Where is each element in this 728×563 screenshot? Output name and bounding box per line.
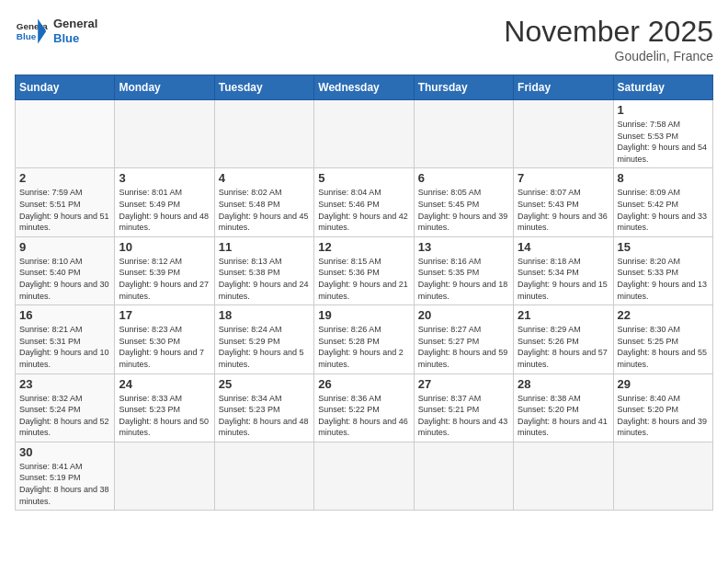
- day-number: 1: [618, 103, 709, 117]
- calendar-week-0: 1Sunrise: 7:58 AM Sunset: 5:53 PM Daylig…: [16, 100, 713, 168]
- calendar-cell: 14Sunrise: 8:18 AM Sunset: 5:34 PM Dayli…: [514, 236, 613, 304]
- calendar-cell: 23Sunrise: 8:32 AM Sunset: 5:24 PM Dayli…: [16, 373, 115, 442]
- month-title: November 2025: [504, 15, 713, 49]
- day-info: Sunrise: 8:16 AM Sunset: 5:35 PM Dayligh…: [418, 256, 509, 302]
- calendar-cell: 24Sunrise: 8:33 AM Sunset: 5:23 PM Dayli…: [115, 373, 214, 442]
- day-number: 4: [219, 171, 310, 185]
- calendar-cell: 7Sunrise: 8:07 AM Sunset: 5:43 PM Daylig…: [514, 168, 613, 236]
- day-info: Sunrise: 8:13 AM Sunset: 5:38 PM Dayligh…: [219, 256, 310, 302]
- calendar-cell: 17Sunrise: 8:23 AM Sunset: 5:30 PM Dayli…: [115, 305, 214, 373]
- calendar-cell: [414, 442, 513, 510]
- day-number: 15: [618, 240, 709, 254]
- day-info: Sunrise: 8:02 AM Sunset: 5:48 PM Dayligh…: [219, 187, 310, 233]
- day-info: Sunrise: 8:23 AM Sunset: 5:30 PM Dayligh…: [119, 324, 210, 370]
- calendar-cell: [115, 100, 214, 168]
- day-number: 10: [119, 240, 210, 254]
- day-number: 20: [418, 308, 509, 322]
- day-number: 8: [618, 171, 709, 185]
- day-number: 28: [518, 377, 609, 391]
- day-number: 24: [119, 377, 210, 391]
- calendar-cell: 28Sunrise: 8:38 AM Sunset: 5:20 PM Dayli…: [514, 373, 613, 442]
- calendar-cell: 3Sunrise: 8:01 AM Sunset: 5:49 PM Daylig…: [115, 168, 214, 236]
- day-info: Sunrise: 8:29 AM Sunset: 5:26 PM Dayligh…: [518, 324, 609, 370]
- calendar-cell: [514, 442, 613, 510]
- calendar-cell: [214, 100, 313, 168]
- calendar-cell: 4Sunrise: 8:02 AM Sunset: 5:48 PM Daylig…: [214, 168, 313, 236]
- day-info: Sunrise: 8:15 AM Sunset: 5:36 PM Dayligh…: [318, 256, 409, 302]
- day-info: Sunrise: 8:37 AM Sunset: 5:21 PM Dayligh…: [418, 393, 509, 439]
- day-number: 2: [19, 171, 110, 185]
- calendar-week-5: 30Sunrise: 8:41 AM Sunset: 5:19 PM Dayli…: [16, 442, 713, 510]
- day-info: Sunrise: 8:40 AM Sunset: 5:20 PM Dayligh…: [618, 393, 709, 439]
- day-info: Sunrise: 8:12 AM Sunset: 5:39 PM Dayligh…: [119, 256, 210, 302]
- day-number: 12: [318, 240, 409, 254]
- calendar-cell: 22Sunrise: 8:30 AM Sunset: 5:25 PM Dayli…: [613, 305, 712, 373]
- calendar-cell: 1Sunrise: 7:58 AM Sunset: 5:53 PM Daylig…: [613, 100, 712, 168]
- logo: General Blue General Blue: [15, 15, 97, 48]
- page-header: General Blue General Blue November 2025 …: [15, 15, 713, 63]
- calendar-cell: 5Sunrise: 8:04 AM Sunset: 5:46 PM Daylig…: [314, 168, 414, 236]
- calendar-cell: 11Sunrise: 8:13 AM Sunset: 5:38 PM Dayli…: [214, 236, 313, 304]
- calendar-cell: [314, 100, 414, 168]
- calendar-week-2: 9Sunrise: 8:10 AM Sunset: 5:40 PM Daylig…: [16, 236, 713, 304]
- day-info: Sunrise: 8:10 AM Sunset: 5:40 PM Dayligh…: [19, 256, 110, 302]
- day-info: Sunrise: 8:09 AM Sunset: 5:42 PM Dayligh…: [618, 187, 709, 233]
- calendar-week-3: 16Sunrise: 8:21 AM Sunset: 5:31 PM Dayli…: [16, 305, 713, 373]
- day-number: 11: [219, 240, 310, 254]
- calendar-cell: 8Sunrise: 8:09 AM Sunset: 5:42 PM Daylig…: [613, 168, 712, 236]
- day-info: Sunrise: 8:21 AM Sunset: 5:31 PM Dayligh…: [19, 324, 110, 370]
- day-info: Sunrise: 8:33 AM Sunset: 5:23 PM Dayligh…: [119, 393, 210, 439]
- day-number: 25: [219, 377, 310, 391]
- day-number: 23: [19, 377, 110, 391]
- day-number: 26: [318, 377, 409, 391]
- weekday-header-monday: Monday: [115, 75, 214, 100]
- day-info: Sunrise: 8:07 AM Sunset: 5:43 PM Dayligh…: [518, 187, 609, 233]
- day-number: 17: [119, 308, 210, 322]
- calendar-header-row: SundayMondayTuesdayWednesdayThursdayFrid…: [16, 75, 713, 100]
- calendar-cell: [613, 442, 712, 510]
- weekday-header-saturday: Saturday: [613, 75, 712, 100]
- calendar-cell: [115, 442, 214, 510]
- location: Goudelin, France: [504, 49, 713, 63]
- logo-general: General: [53, 17, 97, 31]
- day-number: 16: [19, 308, 110, 322]
- day-info: Sunrise: 8:32 AM Sunset: 5:24 PM Dayligh…: [19, 393, 110, 439]
- day-info: Sunrise: 8:26 AM Sunset: 5:28 PM Dayligh…: [318, 324, 409, 370]
- weekday-header-tuesday: Tuesday: [214, 75, 313, 100]
- calendar-cell: 10Sunrise: 8:12 AM Sunset: 5:39 PM Dayli…: [115, 236, 214, 304]
- day-number: 29: [618, 377, 709, 391]
- day-info: Sunrise: 8:41 AM Sunset: 5:19 PM Dayligh…: [19, 461, 110, 507]
- calendar-cell: [16, 100, 115, 168]
- day-info: Sunrise: 8:30 AM Sunset: 5:25 PM Dayligh…: [618, 324, 709, 370]
- day-info: Sunrise: 8:38 AM Sunset: 5:20 PM Dayligh…: [518, 393, 609, 439]
- day-info: Sunrise: 8:18 AM Sunset: 5:34 PM Dayligh…: [518, 256, 609, 302]
- day-number: 30: [19, 445, 110, 459]
- calendar-cell: 15Sunrise: 8:20 AM Sunset: 5:33 PM Dayli…: [613, 236, 712, 304]
- calendar-cell: [314, 442, 414, 510]
- day-number: 3: [119, 171, 210, 185]
- day-number: 14: [518, 240, 609, 254]
- calendar-table: SundayMondayTuesdayWednesdayThursdayFrid…: [15, 75, 713, 511]
- calendar-cell: [414, 100, 513, 168]
- day-info: Sunrise: 7:59 AM Sunset: 5:51 PM Dayligh…: [19, 187, 110, 233]
- calendar-cell: 9Sunrise: 8:10 AM Sunset: 5:40 PM Daylig…: [16, 236, 115, 304]
- calendar-cell: 6Sunrise: 8:05 AM Sunset: 5:45 PM Daylig…: [414, 168, 513, 236]
- day-info: Sunrise: 8:27 AM Sunset: 5:27 PM Dayligh…: [418, 324, 509, 370]
- day-info: Sunrise: 8:05 AM Sunset: 5:45 PM Dayligh…: [418, 187, 509, 233]
- day-number: 6: [418, 171, 509, 185]
- calendar-cell: 12Sunrise: 8:15 AM Sunset: 5:36 PM Dayli…: [314, 236, 414, 304]
- calendar-cell: 2Sunrise: 7:59 AM Sunset: 5:51 PM Daylig…: [16, 168, 115, 236]
- day-number: 5: [318, 171, 409, 185]
- day-number: 13: [418, 240, 509, 254]
- day-info: Sunrise: 8:36 AM Sunset: 5:22 PM Dayligh…: [318, 393, 409, 439]
- calendar-cell: [214, 442, 313, 510]
- day-info: Sunrise: 7:58 AM Sunset: 5:53 PM Dayligh…: [618, 119, 709, 165]
- day-number: 19: [318, 308, 409, 322]
- logo-blue: Blue: [53, 31, 97, 46]
- calendar-cell: 30Sunrise: 8:41 AM Sunset: 5:19 PM Dayli…: [16, 442, 115, 510]
- day-number: 21: [518, 308, 609, 322]
- calendar-cell: 18Sunrise: 8:24 AM Sunset: 5:29 PM Dayli…: [214, 305, 313, 373]
- day-number: 27: [418, 377, 509, 391]
- calendar-cell: 27Sunrise: 8:37 AM Sunset: 5:21 PM Dayli…: [414, 373, 513, 442]
- day-number: 9: [19, 240, 110, 254]
